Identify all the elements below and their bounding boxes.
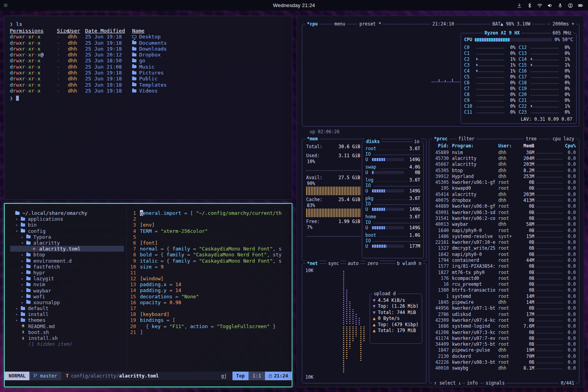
process-row[interactable]: 39912Hyprlanddhh253M0.0: [432, 173, 576, 179]
battery-icon[interactable]: [577, 2, 583, 8]
process-row[interactable]: 1systemdroot14M0.0: [432, 293, 576, 299]
process-row[interactable]: 1642napi/phy0-0root0B0.0: [432, 251, 576, 257]
tree-item[interactable]: ▸bin: [10, 222, 126, 228]
code-line[interactable]: 3[env]: [127, 222, 292, 228]
process-row[interactable]: 2786udisksdroot17M0.0: [432, 311, 576, 317]
tree-item[interactable]: ▾alacritty: [10, 240, 126, 246]
code-line[interactable]: 20 { key = "F11", action = "ToggleFullsc…: [127, 323, 292, 329]
code-line[interactable]: 5: [127, 234, 292, 240]
tree-item[interactable]: ▸applications: [10, 216, 126, 222]
process-row[interactable]: 22161kworker/u97:10-eroot0B0.0: [432, 239, 576, 245]
process-row[interactable]: 195kswapd0root0B0.0: [432, 185, 576, 191]
code-line[interactable]: 6[font]: [127, 240, 292, 246]
process-row[interactable]: 16rcu_preemptroot0B0.0: [432, 281, 576, 287]
bluetooth-icon[interactable]: [526, 2, 532, 8]
tree-item[interactable]: ▾config: [10, 228, 126, 234]
process-row[interactable]: 1380btrfs-transactioroot0B0.0: [432, 287, 576, 293]
tree-item[interactable]: ▸waybar: [10, 287, 126, 293]
tree-item[interactable]: (1 hidden item): [10, 341, 126, 347]
net-auto-toggle[interactable]: auto: [346, 261, 360, 267]
code-line[interactable]: 2: [127, 216, 292, 222]
code-line[interactable]: 7normal = { family = "CaskaydiaMono Nerd…: [127, 246, 292, 252]
tree-item[interactable]: ▸btop: [10, 252, 126, 258]
proc-select-nav[interactable]: ↑ select ↓: [432, 380, 463, 386]
code-line[interactable]: 8bold = { family = "CaskaydiaMono Nerd F…: [127, 252, 292, 258]
process-row[interactable]: 45667alacrittydhh203M0.0: [432, 162, 576, 167]
io-mode-toggle[interactable]: io: [412, 139, 421, 145]
process-row[interactable]: 41208kworker/u97:3-kcroot0B0.0: [432, 329, 576, 335]
tree-item[interactable]: ▸xournalpp: [10, 299, 126, 305]
process-row[interactable]: 45889nvimdhh36M0.0: [432, 149, 576, 155]
process-row[interactable]: 40010swaybgdhh8.1M0.0: [432, 365, 576, 371]
tree-item[interactable]: boot.sh: [10, 329, 126, 335]
tree-item[interactable]: install.sh: [10, 335, 126, 341]
process-row[interactable]: 42309kworker/u97:4-kcroot0B0.0: [432, 317, 576, 323]
process-row[interactable]: 45730alacrittydhh204M0.0: [432, 155, 576, 161]
code-line[interactable]: 4TERM = "xterm-256color": [127, 228, 292, 234]
wifi-icon[interactable]: [537, 2, 543, 8]
tree-item[interactable]: ▸wofi: [10, 294, 126, 299]
menu-button[interactable]: menu: [333, 21, 347, 27]
net-sync-toggle[interactable]: sync: [327, 261, 341, 267]
process-row[interactable]: 1327dmcrypt_write/25root0B0.0: [432, 245, 576, 251]
process-row[interactable]: 34409kworker/u97:5-btroot0B0.0: [432, 341, 576, 347]
tree-item[interactable]: ▸environment.d: [10, 258, 126, 264]
code-line[interactable]: 1general.import = [ "~/.config/omarchy/c…: [127, 210, 292, 216]
code-line[interactable]: 10size = 9: [127, 264, 292, 270]
tree-item[interactable]: ▸Typora: [10, 234, 126, 240]
code-line[interactable]: 11: [127, 270, 292, 276]
process-row[interactable]: 1686systemd-logindroot7.6M0.0: [432, 323, 576, 329]
process-row[interactable]: 45414alacrittydhh203M0.0: [432, 191, 576, 197]
code-editor[interactable]: 1general.import = [ "~/.config/omarchy/c…: [126, 204, 292, 372]
tree-item[interactable]: ▸fastfetch: [10, 264, 126, 270]
proc-sort-selector[interactable]: cpu lazy: [551, 136, 576, 142]
tree-item[interactable]: ~/.local/share/omarchy: [10, 210, 126, 216]
account-icon[interactable]: [567, 2, 573, 8]
process-row[interactable]: 42226kworker/u98:3-btroot0B0.0: [432, 359, 576, 365]
volume-icon[interactable]: [547, 2, 553, 8]
process-row[interactable]: 1640napi/phy0-0root0B0.0: [432, 227, 576, 233]
tree-item[interactable]: alacritty.toml: [10, 246, 124, 252]
code-line[interactable]: 16opacity = 0.98: [127, 299, 292, 305]
tree-item[interactable]: ▸default: [10, 305, 126, 311]
proc-info-button[interactable]: info: [465, 380, 479, 386]
code-line[interactable]: 9italic = { family = "CaskaydiaMono Nerd…: [127, 258, 292, 264]
process-row[interactable]: 44889kworker/u96:0-gfroot0B0.0: [432, 203, 576, 209]
process-row[interactable]: 1827mt76-tx phy0root0B0.0: [432, 269, 576, 275]
tree-item[interactable]: ▸themes: [10, 317, 126, 323]
process-row[interactable]: 1847pipewire-pulsedhh19M0.0: [432, 347, 576, 353]
process-row[interactable]: 45305btopdhh8.2M0.0: [432, 167, 576, 173]
process-row[interactable]: 41174kworker/u97:7-evroot0B0.0: [432, 335, 576, 341]
code-line[interactable]: 12[window]: [127, 276, 292, 281]
tree-item[interactable]: README.md: [10, 323, 126, 329]
code-line[interactable]: 19bindings = [: [127, 317, 292, 323]
process-row[interactable]: 1577irq/81-PIXA3854:root0B0.0: [432, 263, 576, 269]
process-row[interactable]: 40013waybardhh58M0.0: [432, 221, 576, 227]
tree-item[interactable]: ▸hypr: [10, 270, 126, 276]
tree-item[interactable]: ▸nvim: [10, 281, 126, 287]
tray-arrow-icon[interactable]: [516, 2, 522, 8]
proc-signals-button[interactable]: signals: [484, 380, 506, 386]
microphone-icon[interactable]: [557, 2, 563, 8]
process-row[interactable]: 2130dockerdroot70M0.0: [432, 353, 576, 359]
update-interval[interactable]: - 2000ms +: [546, 21, 576, 27]
process-row[interactable]: 40075dropboxdhh413M0.0: [432, 197, 576, 203]
process-row[interactable]: 1486systemd-resolvesyst+15M0.0: [432, 233, 576, 239]
tree-item[interactable]: ▸lazygit: [10, 276, 126, 281]
process-row[interactable]: 1845pipewiredhh14M0.0: [432, 299, 576, 305]
code-line[interactable]: 15decorations = "None": [127, 294, 292, 299]
code-line[interactable]: 21]: [127, 329, 292, 335]
preset-button[interactable]: preset *: [358, 21, 383, 27]
code-line[interactable]: 13padding.x = 14: [127, 281, 292, 287]
process-row[interactable]: 45305kworker/u96:1-gfroot0B0.0: [432, 179, 576, 185]
process-row[interactable]: 176kcompactd0root0B0.0: [432, 275, 576, 281]
proc-filter-button[interactable]: filter: [457, 136, 476, 142]
code-line[interactable]: 14padding.y = 14: [127, 287, 292, 293]
process-row[interactable]: 31541kworker/u96:2-coroot0B0.0: [432, 215, 576, 221]
net-zero-toggle[interactable]: zero: [366, 261, 380, 267]
proc-tree-toggle[interactable]: tree: [524, 136, 538, 142]
net-interface[interactable]: b wlan0 n: [396, 261, 423, 267]
code-line[interactable]: 17: [127, 305, 292, 311]
process-row[interactable]: 44956kworker/u97:1-btroot0B0.0: [432, 305, 576, 311]
tree-item[interactable]: ▸install: [10, 311, 126, 317]
